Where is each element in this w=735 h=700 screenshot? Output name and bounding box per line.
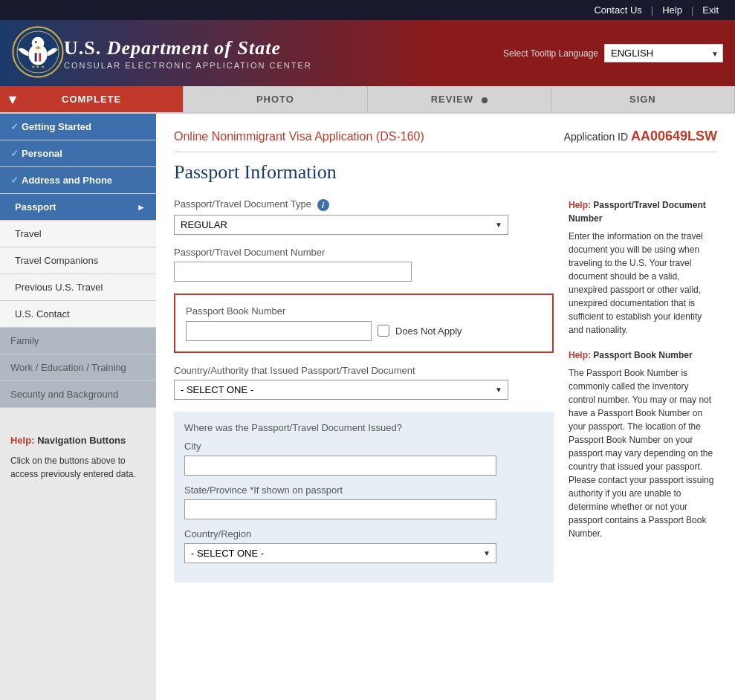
- app-id-bar: Online Nonimmigrant Visa Application (DS…: [174, 129, 717, 152]
- sidebar-us-contact-label: U.S. Contact: [15, 308, 70, 320]
- help-body-1: Enter the information on the travel docu…: [569, 230, 717, 337]
- issued-country-select-wrap: - SELECT ONE -: [184, 543, 496, 563]
- top-bar: Contact Us | Help | Exit: [0, 0, 735, 20]
- city-label: City: [184, 441, 543, 452]
- sidebar-item-security[interactable]: Security and Background: [0, 381, 156, 408]
- doc-number-input[interactable]: [174, 262, 412, 282]
- sidebar-item-personal[interactable]: ✓ Personal: [0, 140, 156, 167]
- doc-type-select-wrap: REGULAR OFFICIAL DIPLOMATIC LAISSEZ-PASS…: [174, 215, 508, 235]
- book-number-input[interactable]: [186, 321, 372, 341]
- sidebar-family-label: Family: [10, 335, 39, 346]
- header: ★ ★ ★ U.S. U.S. Department of StateDepar…: [0, 20, 735, 86]
- sidebar-item-work[interactable]: Work / Education / Training: [0, 354, 156, 381]
- header-title: U.S. U.S. Department of StateDepartment …: [64, 37, 503, 70]
- help-label-2: Help:: [569, 350, 591, 360]
- country-label: Country/Authority that Issued Passport/T…: [174, 365, 554, 376]
- sidebar-item-travel[interactable]: Travel: [0, 221, 156, 247]
- help-panel: Help: Passport/Travel Document Number En…: [569, 198, 717, 594]
- svg-point-5: [35, 41, 37, 43]
- tab-review-label: REVIEW: [431, 94, 473, 105]
- sidebar-item-previous-travel[interactable]: Previous U.S. Travel: [0, 274, 156, 301]
- tab-photo[interactable]: PHOTO: [184, 86, 367, 112]
- sidebar-getting-started-label: Getting Started: [22, 121, 146, 132]
- svg-rect-8: [37, 53, 39, 61]
- doc-type-label-text: Passport/Travel Document Type: [174, 198, 311, 210]
- app-id-label: Application ID: [564, 131, 628, 143]
- sidebar-travel-label: Travel: [15, 228, 42, 239]
- sidebar-help-body: Click on the buttons above to access pre…: [10, 454, 146, 481]
- sidebar-item-address[interactable]: ✓ Address and Phone: [0, 167, 156, 194]
- doc-type-select[interactable]: REGULAR OFFICIAL DIPLOMATIC LAISSEZ-PASS…: [174, 215, 508, 235]
- state-input[interactable]: [184, 499, 496, 519]
- contact-us-link[interactable]: Contact Us: [585, 3, 650, 17]
- help-section-2: Help: Passport Book Number The Passport …: [569, 349, 717, 540]
- book-number-row: Does Not Apply: [186, 321, 542, 341]
- help-body-2: The Passport Book Number is commonly cal…: [569, 366, 717, 540]
- state-label: State/Province *If shown on passport: [184, 485, 543, 496]
- check-icon: ✓: [10, 121, 19, 132]
- arrow-right-icon: ►: [137, 202, 146, 213]
- book-number-section: Passport Book Number Does Not Apply: [174, 294, 554, 353]
- logo: ★ ★ ★: [12, 26, 64, 80]
- sidebar-security-label: Security and Background: [10, 389, 118, 400]
- sidebar-item-travel-companions[interactable]: Travel Companions: [0, 247, 156, 274]
- main-container: ✓ Getting Started ✓ Personal ✓ Address a…: [0, 114, 735, 700]
- country-select-wrap: - SELECT ONE -: [174, 380, 508, 400]
- check-icon-3: ✓: [10, 175, 19, 186]
- content-area: Online Nonimmigrant Visa Application (DS…: [156, 114, 735, 700]
- sidebar-item-us-contact[interactable]: U.S. Contact: [0, 301, 156, 328]
- form-content: Passport/Travel Document Type i REGULAR …: [174, 198, 717, 594]
- sidebar-help: Help: Navigation Buttons Click on the bu…: [0, 423, 156, 491]
- doc-type-info-icon[interactable]: i: [317, 199, 329, 211]
- tab-sign-label: SIGN: [629, 94, 656, 105]
- sidebar-item-passport[interactable]: Passport ►: [0, 194, 156, 221]
- help-head-1: Help: Passport/Travel Document Number: [569, 198, 717, 225]
- issued-country-label: Country/Region: [184, 528, 543, 539]
- help-label-1: Help:: [569, 200, 591, 210]
- exit-link[interactable]: Exit: [693, 3, 728, 17]
- nav-tabs: ▼ COMPLETE PHOTO REVIEW SIGN: [0, 86, 735, 114]
- tab-complete[interactable]: ▼ COMPLETE: [0, 86, 184, 112]
- issued-section-title: Where was the Passport/Travel Document I…: [184, 422, 543, 433]
- sidebar-item-family[interactable]: Family: [0, 328, 156, 354]
- page-title: Passport Information: [174, 161, 717, 184]
- subtitle: CONSULAR ELECTRONIC APPLICATION CENTER: [64, 61, 503, 70]
- tab-complete-label: COMPLETE: [62, 94, 121, 105]
- arrow-left-icon: ▼: [6, 91, 20, 107]
- tab-sign[interactable]: SIGN: [551, 86, 735, 112]
- sidebar-help-title-text: Navigation Buttons: [37, 435, 126, 446]
- app-id-value: AA00649LSW: [631, 129, 717, 143]
- language-selector: Select Tooltip Language ENGLISH SPANISH …: [503, 44, 723, 62]
- tab-photo-label: PHOTO: [256, 94, 294, 105]
- city-group: City: [184, 441, 543, 476]
- sidebar-prev-travel-label: Previous U.S. Travel: [15, 282, 103, 293]
- state-group: State/Province *If shown on passport: [184, 485, 543, 519]
- sidebar-passport-label: Passport: [15, 201, 137, 213]
- book-number-label: Passport Book Number: [186, 305, 542, 317]
- country-select[interactable]: - SELECT ONE -: [174, 380, 508, 400]
- issued-country-group: Country/Region - SELECT ONE -: [184, 528, 543, 563]
- sidebar-work-label: Work / Education / Training: [10, 362, 126, 373]
- doc-number-group: Passport/Travel Document Number: [174, 247, 554, 282]
- review-dot: [482, 97, 488, 103]
- check-icon-2: ✓: [10, 148, 19, 159]
- city-input[interactable]: [184, 456, 496, 476]
- sidebar-help-label: Help:: [10, 435, 35, 446]
- does-not-apply-label: Does Not Apply: [395, 325, 462, 337]
- help-head-2: Help: Passport Book Number: [569, 349, 717, 362]
- issued-section: Where was the Passport/Travel Document I…: [174, 412, 554, 583]
- issued-country-select[interactable]: - SELECT ONE -: [184, 543, 496, 563]
- doc-type-label: Passport/Travel Document Type i: [174, 198, 554, 211]
- help-link[interactable]: Help: [653, 3, 691, 17]
- does-not-apply-checkbox[interactable]: [378, 325, 389, 337]
- help-head-2-text: Passport Book Number: [593, 350, 692, 360]
- sidebar: ✓ Getting Started ✓ Personal ✓ Address a…: [0, 114, 156, 700]
- svg-text:★ ★ ★: ★ ★ ★: [31, 65, 45, 69]
- app-id: Application ID AA00649LSW: [564, 129, 717, 144]
- sidebar-item-getting-started[interactable]: ✓ Getting Started: [0, 114, 156, 140]
- sidebar-personal-label: Personal: [22, 148, 146, 159]
- lang-label: Select Tooltip Language: [503, 48, 598, 59]
- doc-number-label: Passport/Travel Document Number: [174, 247, 554, 258]
- tab-review[interactable]: REVIEW: [368, 86, 551, 112]
- lang-select[interactable]: ENGLISH SPANISH FRENCH CHINESE ARABIC: [604, 44, 723, 62]
